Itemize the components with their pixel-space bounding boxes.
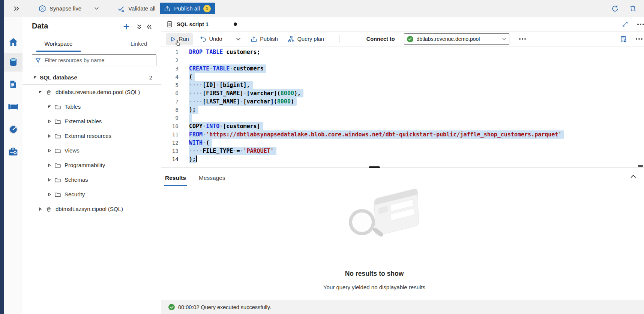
run-label: Run xyxy=(179,36,189,42)
synapse-hexagon-icon xyxy=(38,4,47,13)
refresh-icon[interactable] xyxy=(611,4,619,13)
tree-item-label: Programmability xyxy=(65,162,105,168)
line-number: 1 xyxy=(161,48,179,56)
undo-icon xyxy=(200,36,207,43)
filter-resources-input[interactable] xyxy=(44,57,153,64)
code-line: 8); xyxy=(161,106,644,114)
empty-results-title: No results to show xyxy=(161,270,587,278)
folder-icon xyxy=(54,192,62,197)
nav-integrate-icon[interactable] xyxy=(4,99,23,115)
nav-monitor-icon[interactable] xyxy=(4,121,23,138)
tree-item[interactable]: dbtmsft.azsyn.cipool (SQL) xyxy=(23,202,161,216)
collapsed-twisty-icon[interactable] xyxy=(47,134,52,138)
code-line: 12WITH·( xyxy=(161,139,644,147)
text-cursor xyxy=(196,156,197,162)
publish-all-label: Publish all xyxy=(174,5,200,12)
empty-card-graphic xyxy=(374,188,419,236)
nav-home-icon[interactable] xyxy=(4,34,23,50)
query-plan-button[interactable]: Query plan xyxy=(284,33,328,45)
collapsed-twisty-icon[interactable] xyxy=(47,193,52,196)
code-line: 1DROP TABLE customers; xyxy=(161,48,644,56)
connect-more-icon[interactable] xyxy=(519,38,521,40)
nav-develop-icon[interactable] xyxy=(4,76,23,93)
magnifier-icon xyxy=(349,209,375,235)
collapsed-twisty-icon[interactable] xyxy=(47,178,52,182)
code-line-text: WITH·( xyxy=(189,139,212,147)
tree-item[interactable]: Tables xyxy=(23,99,161,114)
folder-icon xyxy=(54,119,62,124)
document-tabbar: SQL script 1 xyxy=(161,17,644,32)
publish-label: Publish xyxy=(260,36,278,42)
expand-menu-icon[interactable] xyxy=(14,6,20,11)
chevron-down-icon xyxy=(502,37,506,40)
tab-linked[interactable]: Linked xyxy=(120,37,158,53)
expanded-twisty-icon[interactable] xyxy=(38,90,43,94)
collapse-all-icon[interactable] xyxy=(137,24,142,30)
line-number: 7 xyxy=(161,97,179,106)
code-line-text: ····[FIRST_NAME]·[varchar](8000), xyxy=(189,89,303,97)
filter-funnel-icon xyxy=(35,58,41,63)
collapsed-twisty-icon[interactable] xyxy=(47,149,52,153)
code-line-text: ····FILE_TYPE·=·'PARQUET' xyxy=(189,147,276,155)
add-resource-button[interactable] xyxy=(123,23,130,30)
panel-tabs: Workspace Linked xyxy=(23,37,161,53)
tab-workspace[interactable]: Workspace xyxy=(36,37,81,53)
collapse-panel-icon[interactable] xyxy=(146,24,152,30)
nav-data-icon[interactable] xyxy=(4,53,23,72)
tree-item-label: Schemas xyxy=(65,176,88,183)
line-number: 2 xyxy=(161,56,179,64)
tree-item-label: Tables xyxy=(65,103,81,110)
tabbar-right-actions xyxy=(622,17,639,31)
expanded-twisty-icon[interactable] xyxy=(47,105,52,109)
toolbar-right-actions xyxy=(620,35,644,43)
success-check-icon xyxy=(168,304,175,310)
nav-manage-icon[interactable] xyxy=(4,144,23,160)
undo-button[interactable]: Undo xyxy=(196,33,226,45)
publish-all-button[interactable]: Publish all 1 xyxy=(160,3,215,14)
code-line-text: ( xyxy=(189,73,195,81)
publish-count-badge: 1 xyxy=(203,5,211,12)
code-line-text: ); xyxy=(189,106,198,114)
tree-item[interactable]: dbtlabs.revenue.demo.pool (SQL) xyxy=(23,85,161,99)
tree-item-label: dbtlabs.revenue.demo.pool (SQL) xyxy=(56,89,140,95)
collapsed-twisty-icon[interactable] xyxy=(38,207,43,211)
tree-item[interactable]: Schemas xyxy=(23,172,161,187)
editor-more-actions-icon[interactable] xyxy=(636,38,637,40)
code-line-text: COPY·INTO·[customers] xyxy=(189,122,263,130)
properties-icon[interactable] xyxy=(620,35,627,43)
toolbar-divider xyxy=(229,35,229,43)
code-line-text xyxy=(189,114,192,122)
pool-select-dropdown[interactable]: dbtlabs.revenue.demo.pool xyxy=(404,33,509,45)
code-line-text: ····[LAST_NAME]·[varchar](8000) xyxy=(189,97,297,106)
chevron-down-icon xyxy=(94,7,99,10)
discard-trash-icon[interactable] xyxy=(629,4,636,12)
collapsed-twisty-icon[interactable] xyxy=(47,163,52,167)
sql-code-editor[interactable]: 1DROP TABLE customers;23CREATE·TABLE·cus… xyxy=(161,47,644,168)
tree-item[interactable]: Security xyxy=(23,187,161,202)
expand-editor-icon[interactable] xyxy=(622,21,628,27)
expanded-twisty-icon[interactable] xyxy=(33,76,38,79)
tree-item[interactable]: External resources xyxy=(23,129,161,143)
tab-more-actions-icon[interactable] xyxy=(637,24,639,25)
undo-label: Undo xyxy=(209,36,222,42)
validate-all-button[interactable]: Validate all xyxy=(117,4,155,13)
tree-item[interactable]: Programmability xyxy=(23,158,161,172)
run-button[interactable]: Run xyxy=(166,33,193,45)
tree-item-count: 2 xyxy=(149,74,152,81)
undo-redo-chevron[interactable] xyxy=(232,35,245,43)
empty-results-state: No results to show Your query yielded no… xyxy=(161,168,587,295)
upload-icon xyxy=(164,5,171,12)
collapse-results-icon[interactable] xyxy=(630,174,636,178)
tree-item[interactable]: Views xyxy=(23,143,161,158)
collapsed-twisty-icon[interactable] xyxy=(47,120,52,123)
tree-item[interactable]: External tables xyxy=(23,114,161,129)
line-number: 3 xyxy=(161,64,179,73)
folder-icon xyxy=(54,163,62,168)
publish-button[interactable]: Publish xyxy=(247,33,282,45)
code-line: 4( xyxy=(161,73,644,81)
tree-item[interactable]: SQL database2 xyxy=(23,70,161,85)
query-status-bar: 00:00:02 Query executed successfully. xyxy=(161,300,644,314)
tab-sql-script[interactable]: SQL script 1 xyxy=(161,17,244,31)
workspace-mode-dropdown[interactable]: Synapse live xyxy=(38,4,99,13)
unsaved-changes-dot xyxy=(234,22,237,26)
